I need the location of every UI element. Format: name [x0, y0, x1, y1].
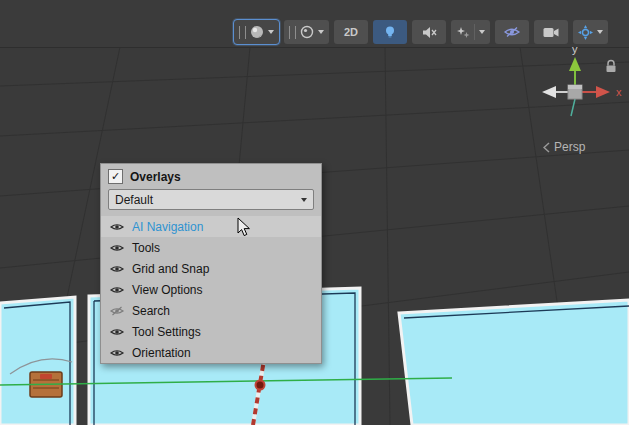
shaded-sphere-icon — [250, 25, 264, 39]
lighting-toggle-button[interactable] — [373, 20, 407, 44]
dropdown-caret-icon[interactable] — [479, 30, 485, 34]
draw-mode-group[interactable] — [234, 20, 279, 44]
2d-toggle-button[interactable]: 2D — [334, 20, 368, 44]
nav-path-node — [256, 381, 265, 390]
scene-visibility-button[interactable] — [495, 20, 529, 44]
axis-x-cone[interactable] — [596, 86, 610, 98]
orientation-gizmo[interactable]: y x — [527, 40, 627, 130]
overlays-menu: ✓ Overlays Default AI Navigation Tools G… — [100, 163, 322, 364]
axis-y-cone[interactable] — [569, 57, 581, 71]
effects-sparkles-icon — [456, 26, 470, 39]
menu-item-view-options[interactable]: View Options — [101, 279, 321, 300]
bench-detail — [40, 374, 52, 379]
menu-item-grid-and-snap[interactable]: Grid and Snap — [101, 258, 321, 279]
eye-icon[interactable] — [110, 243, 124, 253]
audio-muted-icon — [422, 26, 437, 39]
preset-value: Default — [115, 193, 153, 207]
preset-dropdown[interactable]: Default — [108, 189, 314, 210]
dropdown-caret-icon[interactable] — [268, 30, 274, 34]
menu-item-tools[interactable]: Tools — [101, 237, 321, 258]
menu-item-label: AI Navigation — [132, 220, 203, 234]
eye-off-icon[interactable] — [110, 306, 124, 316]
menu-item-search[interactable]: Search — [101, 300, 321, 321]
projection-label: Persp — [554, 140, 585, 154]
menu-item-tool-settings[interactable]: Tool Settings — [101, 321, 321, 342]
scene-toolbar: 2D — [234, 18, 608, 46]
eye-icon[interactable] — [110, 264, 124, 274]
menu-item-label: Tool Settings — [132, 325, 201, 339]
projection-toggle[interactable]: Persp — [543, 140, 585, 154]
menu-item-label: Orientation — [132, 346, 191, 360]
overlays-title: Overlays — [130, 170, 181, 184]
eye-icon[interactable] — [110, 285, 124, 295]
menu-item-orientation[interactable]: Orientation — [101, 342, 321, 363]
dropdown-caret-icon[interactable] — [597, 30, 603, 34]
lock-icon[interactable] — [605, 59, 617, 73]
camera-icon — [543, 27, 559, 38]
menu-item-label: View Options — [132, 283, 202, 297]
axis-x-label: x — [616, 86, 622, 98]
eye-icon[interactable] — [110, 348, 124, 358]
divider — [474, 24, 475, 40]
sphere-outline-icon — [300, 25, 314, 39]
effects-group[interactable] — [451, 20, 490, 44]
overlays-header: ✓ Overlays — [101, 164, 321, 188]
overlays-checkbox[interactable]: ✓ — [108, 169, 123, 184]
gizmo-dropdown-group[interactable] — [573, 20, 608, 44]
eye-icon[interactable] — [110, 327, 124, 337]
dropdown-caret-icon — [301, 198, 307, 202]
axis-negx-cone[interactable] — [542, 86, 556, 98]
axis-negy-stub[interactable] — [571, 99, 575, 116]
camera-button[interactable] — [534, 20, 568, 44]
gizmo-target-icon — [578, 25, 593, 40]
menu-item-label: Search — [132, 304, 170, 318]
2d-label: 2D — [344, 26, 358, 38]
dropdown-caret-icon[interactable] — [318, 30, 324, 34]
chevron-left-icon — [543, 142, 550, 153]
drag-handle-icon[interactable] — [239, 26, 246, 39]
menu-item-ai-navigation[interactable]: AI Navigation — [101, 216, 321, 237]
view-mode-group[interactable] — [284, 20, 329, 44]
mouse-cursor-icon — [237, 217, 252, 238]
menu-item-label: Tools — [132, 241, 160, 255]
eye-slash-icon — [504, 26, 520, 38]
eye-icon[interactable] — [110, 222, 124, 232]
menu-item-label: Grid and Snap — [132, 262, 209, 276]
drag-handle-icon[interactable] — [289, 26, 296, 39]
unity-scene-view: { "toolbar": { "label_2d": "2D" }, "axis… — [0, 0, 629, 425]
room-right — [399, 300, 629, 425]
audio-toggle-button[interactable] — [412, 20, 446, 44]
lightbulb-icon — [383, 25, 397, 39]
